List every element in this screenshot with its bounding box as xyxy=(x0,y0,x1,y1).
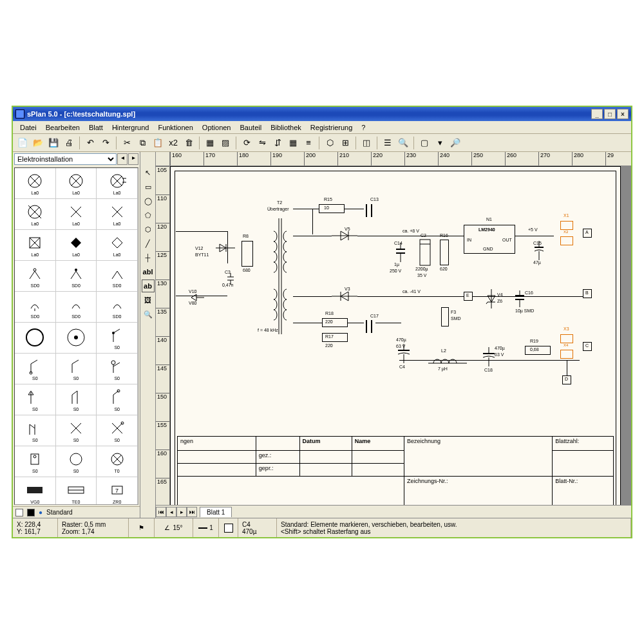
mirror-h-icon[interactable]: ⇋ xyxy=(255,136,269,150)
snap-icon[interactable]: ⊞ xyxy=(338,136,352,150)
menu-help[interactable]: ? xyxy=(357,122,370,133)
close-button[interactable]: × xyxy=(617,109,629,119)
menu-bibliothek[interactable]: Bibliothek xyxy=(266,122,306,133)
component-cell[interactable]: TE0 xyxy=(56,477,97,505)
component-cell[interactable]: La0 xyxy=(15,230,56,261)
page-icon[interactable]: ▢ xyxy=(417,136,431,150)
fg-swatch[interactable] xyxy=(15,509,23,516)
ungroup-icon[interactable]: ▨ xyxy=(218,136,232,150)
component-cell[interactable]: SD0 xyxy=(56,261,97,292)
image-tool-icon[interactable]: 🖼 xyxy=(142,294,155,307)
component-cell[interactable]: SD0 xyxy=(56,292,97,323)
polygon-tool-icon[interactable]: ⬠ xyxy=(142,209,155,222)
component-cell[interactable]: VG0 xyxy=(15,477,56,505)
component-cell[interactable]: T0 xyxy=(97,446,138,477)
line-tool-icon[interactable]: ╱ xyxy=(142,237,155,250)
select-mode-icon[interactable]: ◫ xyxy=(359,136,374,150)
cut-icon[interactable]: ✂ xyxy=(120,136,134,150)
grid-icon[interactable]: ▦ xyxy=(286,136,300,150)
component-cell[interactable]: S0 xyxy=(56,415,97,446)
component-icon[interactable]: ⬡ xyxy=(323,136,337,150)
lib-prev-button[interactable]: ◂ xyxy=(117,153,128,165)
angle-icon: ∠ xyxy=(164,524,170,531)
new-icon[interactable]: 📄 xyxy=(15,136,30,150)
component-cell[interactable]: La0 xyxy=(15,199,56,230)
component-cell[interactable]: La0 xyxy=(56,199,97,230)
svg-rect-95 xyxy=(420,240,430,265)
print-icon[interactable]: 🖨 xyxy=(62,136,76,150)
component-cell[interactable] xyxy=(56,323,97,354)
component-cell[interactable]: La0 xyxy=(97,230,138,261)
copy-icon[interactable]: ⧉ xyxy=(135,136,149,150)
component-cell[interactable] xyxy=(15,323,56,354)
undo-icon[interactable]: ↶ xyxy=(83,136,97,150)
sheet-prev-button[interactable]: ◂ xyxy=(166,507,176,517)
drawing-canvas[interactable]: V12 BYT11 V10 V80 R8 680 C3 0,47n xyxy=(170,166,621,505)
menu-blatt[interactable]: Blatt xyxy=(84,122,108,133)
align-icon[interactable]: ≡ xyxy=(301,136,316,150)
component-cell[interactable]: SD0 xyxy=(97,292,138,323)
pointer-tool-icon[interactable]: ↖ xyxy=(142,166,155,179)
sheet-tab[interactable]: Blatt 1 xyxy=(200,507,232,517)
rect-tool-icon[interactable]: ▭ xyxy=(142,180,155,193)
component-cell[interactable]: S0 xyxy=(97,323,138,354)
text-tool-icon[interactable]: ab xyxy=(142,279,155,292)
menu-datei[interactable]: Datei xyxy=(15,122,41,133)
connector-x1 xyxy=(560,221,573,230)
component-cell[interactable]: SD0 xyxy=(97,261,138,292)
library-select[interactable]: Elektroinstallation xyxy=(14,153,117,165)
paste-icon[interactable]: 📋 xyxy=(151,136,165,150)
component-cell[interactable]: La0 xyxy=(97,168,138,199)
component-cell[interactable]: S0 xyxy=(97,354,138,384)
component-cell[interactable]: S0 xyxy=(15,354,56,384)
status-help1: Standard: Elemente markieren, verschiebe… xyxy=(281,521,627,528)
mirror-v-icon[interactable]: ⇵ xyxy=(270,136,285,150)
zoom-icon[interactable]: 🔎 xyxy=(448,136,462,150)
shape-tool-icon[interactable]: ⬡ xyxy=(142,223,155,236)
delete-icon[interactable]: 🗑 xyxy=(182,136,196,150)
component-cell[interactable]: La0 xyxy=(15,168,56,199)
ellipse-tool-icon[interactable]: ◯ xyxy=(142,194,155,207)
lib-next-button[interactable]: ▸ xyxy=(128,153,138,165)
canvas-viewport[interactable]: V12 BYT11 V10 V80 R8 680 C3 0,47n xyxy=(170,166,631,505)
open-icon[interactable]: 📂 xyxy=(31,136,45,150)
textlabel-tool-icon[interactable]: abI xyxy=(142,265,155,278)
menu-bauteil[interactable]: Bauteil xyxy=(236,122,267,133)
component-cell[interactable]: S0 xyxy=(15,384,56,415)
list-icon[interactable]: ☰ xyxy=(381,136,395,150)
component-cell[interactable]: SD0 xyxy=(15,292,56,323)
menu-bearbeiten[interactable]: Bearbeiten xyxy=(41,122,84,133)
menu-registrierung[interactable]: Registrierung xyxy=(306,122,357,133)
component-cell[interactable]: S0 xyxy=(56,384,97,415)
redo-icon[interactable]: ↷ xyxy=(99,136,113,150)
component-cell[interactable]: La0 xyxy=(56,168,97,199)
duplicate-icon[interactable]: x2 xyxy=(166,136,180,150)
component-cell[interactable]: La0 xyxy=(97,199,138,230)
group-icon[interactable]: ▦ xyxy=(203,136,217,150)
menu-hintergrund[interactable]: Hintergrund xyxy=(108,122,153,133)
sheet-next-button[interactable]: ▸ xyxy=(176,507,187,517)
find-icon[interactable]: 🔍 xyxy=(396,136,410,150)
component-cell[interactable]: S0 xyxy=(15,446,56,477)
sheet-first-button[interactable]: ⏮ xyxy=(156,507,166,517)
color-swatch[interactable] xyxy=(224,524,233,533)
component-cell[interactable]: La0 xyxy=(56,230,97,261)
component-cell[interactable]: S0 xyxy=(56,446,97,477)
component-cell[interactable]: S0 xyxy=(97,415,138,446)
menu-optionen[interactable]: Optionen xyxy=(198,122,236,133)
minimize-button[interactable]: _ xyxy=(591,109,603,119)
component-cell[interactable]: S0 xyxy=(97,384,138,415)
menu-funktionen[interactable]: Funktionen xyxy=(153,122,197,133)
save-icon[interactable]: 💾 xyxy=(46,136,61,150)
component-cell[interactable]: S0 xyxy=(15,415,56,446)
component-cell[interactable]: 7ZR0 xyxy=(97,477,138,505)
junction-tool-icon[interactable]: ┼ xyxy=(142,251,155,264)
sheet-last-button[interactable]: ⏭ xyxy=(187,507,197,517)
bg-swatch[interactable] xyxy=(27,509,35,516)
maximize-button[interactable]: □ xyxy=(604,109,616,119)
component-cell[interactable]: SD0 xyxy=(15,261,56,292)
component-cell[interactable]: S0 xyxy=(56,354,97,384)
rotate-icon[interactable]: ⟳ xyxy=(240,136,254,150)
zoom-tool-icon[interactable]: 🔍 xyxy=(142,308,155,321)
dropdown-icon[interactable]: ▾ xyxy=(433,136,447,150)
